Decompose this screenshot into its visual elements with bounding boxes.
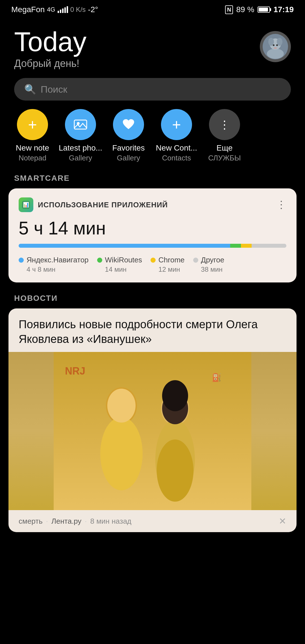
usage-bar bbox=[19, 244, 286, 248]
more-label: Еще bbox=[217, 143, 233, 153]
latest-photos-circle bbox=[65, 109, 96, 140]
svg-point-5 bbox=[273, 44, 274, 46]
wikiroutes-name: WikiRoutes bbox=[105, 256, 142, 264]
quick-action-latest-photos[interactable]: Latest pho... Gallery bbox=[56, 109, 104, 162]
legend-wikiroutes-label: WikiRoutes bbox=[97, 256, 142, 264]
card-header: 📊 ИСПОЛЬЗОВАНИЕ ПРИЛОЖЕНИЙ ⋮ bbox=[19, 197, 286, 212]
close-news-icon[interactable]: ✕ bbox=[279, 516, 286, 526]
news-section-label: НОВОСТИ bbox=[0, 291, 305, 308]
favorites-heart-icon bbox=[121, 117, 136, 132]
avatar[interactable] bbox=[260, 31, 291, 62]
header: Today Добрый день! bbox=[0, 17, 305, 75]
search-icon: 🔍 bbox=[24, 84, 36, 95]
usage-bar-navigator bbox=[19, 244, 230, 248]
more-circle: ⋮ bbox=[209, 109, 240, 140]
battery-percent-label: 89 % bbox=[236, 5, 254, 14]
legend-chrome-label: Chrome bbox=[151, 256, 184, 264]
new-contact-label: New Cont... bbox=[156, 143, 197, 153]
usage-bar-other bbox=[252, 244, 286, 248]
header-text: Today Добрый день! bbox=[14, 28, 86, 69]
smartcare-app-icon: 📊 bbox=[19, 197, 33, 212]
legend-navigator: Яндекс.Навигатор 4 ч 8 мин bbox=[19, 256, 89, 273]
svg-point-15 bbox=[107, 389, 136, 423]
other-time: 38 мин bbox=[201, 266, 225, 273]
svg-text:NRJ: NRJ bbox=[65, 365, 85, 377]
legend-navigator-label: Яндекс.Навигатор bbox=[19, 256, 89, 264]
new-note-label: New note bbox=[16, 143, 49, 153]
news-tag: смерть bbox=[19, 517, 43, 526]
chrome-name: Chrome bbox=[158, 256, 184, 264]
new-note-icon: + bbox=[28, 116, 37, 133]
favorites-circle bbox=[113, 109, 144, 140]
time-label: 17:19 bbox=[273, 5, 294, 14]
gallery-icon bbox=[73, 117, 88, 132]
legend-other-label: Другое bbox=[193, 256, 225, 264]
new-contact-icon: + bbox=[172, 116, 181, 133]
quick-action-favorites[interactable]: Favorites Gallery bbox=[104, 109, 152, 162]
news-footer: смерть · Лента.ру · 8 мин назад ✕ bbox=[8, 510, 297, 532]
svg-point-20 bbox=[157, 440, 193, 502]
news-headline: Появились новые подробности смерти Олега… bbox=[8, 308, 297, 352]
legend-chrome: Chrome 12 мин bbox=[151, 256, 184, 273]
news-image-svg: NRJ ⛽ bbox=[54, 352, 251, 510]
navigator-name: Яндекс.Навигатор bbox=[27, 256, 89, 264]
temperature-label: -2° bbox=[88, 5, 98, 14]
chrome-time: 12 мин bbox=[158, 266, 184, 273]
more-sublabel: СЛУЖБЫ bbox=[208, 154, 241, 162]
favorites-label: Favorites bbox=[112, 143, 145, 153]
search-bar-wrap: 🔍 Поиск bbox=[0, 75, 305, 109]
quick-action-new-note[interactable]: + New note Notepad bbox=[8, 109, 56, 162]
nfc-icon: N bbox=[225, 5, 233, 14]
smartcare-section-label: SMARTCARE bbox=[0, 171, 305, 188]
svg-point-19 bbox=[162, 380, 188, 411]
card-menu-button[interactable]: ⋮ bbox=[276, 199, 286, 211]
wikiroutes-time: 14 мин bbox=[105, 266, 142, 273]
usage-legend: Яндекс.Навигатор 4 ч 8 мин WikiRoutes 14… bbox=[19, 256, 286, 273]
status-bar: MegaFon 4G 0 K/s -2° N 89 % 17:19 bbox=[0, 0, 305, 17]
other-name: Другое bbox=[201, 256, 225, 264]
status-left: MegaFon 4G 0 K/s -2° bbox=[11, 5, 98, 14]
news-image: NRJ ⛽ bbox=[8, 352, 297, 510]
network-label: 4G bbox=[47, 6, 55, 13]
navigator-dot bbox=[19, 258, 24, 263]
svg-point-6 bbox=[276, 44, 278, 46]
svg-text:📊: 📊 bbox=[23, 202, 29, 208]
battery-icon bbox=[258, 6, 270, 13]
legend-wikiroutes: WikiRoutes 14 мин bbox=[97, 256, 142, 273]
svg-text:⛽: ⛽ bbox=[212, 373, 222, 382]
greeting-label: Добрый день! bbox=[14, 58, 86, 69]
search-bar[interactable]: 🔍 Поиск bbox=[14, 78, 291, 101]
favorites-sublabel: Gallery bbox=[117, 154, 140, 162]
news-time: 8 мин назад bbox=[90, 517, 132, 526]
news-source: Лента.ру bbox=[51, 517, 81, 526]
carrier-label: MegaFon bbox=[11, 5, 45, 14]
usage-total-time: 5 ч 14 мин bbox=[19, 218, 286, 239]
usage-bar-chrome bbox=[241, 244, 252, 248]
wikiroutes-dot bbox=[97, 258, 102, 263]
latest-photos-sublabel: Gallery bbox=[69, 154, 92, 162]
other-dot bbox=[193, 258, 198, 263]
svg-point-14 bbox=[100, 417, 143, 490]
page-title: Today bbox=[14, 28, 86, 55]
news-card[interactable]: Появились новые подробности смерти Олега… bbox=[8, 308, 297, 532]
svg-point-1 bbox=[267, 49, 284, 59]
search-placeholder: Поиск bbox=[41, 84, 67, 95]
navigator-time: 4 ч 8 мин bbox=[27, 266, 89, 273]
card-header-left: 📊 ИСПОЛЬЗОВАНИЕ ПРИЛОЖЕНИЙ bbox=[19, 197, 168, 212]
status-right: N 89 % 17:19 bbox=[225, 5, 294, 14]
legend-other: Другое 38 мин bbox=[193, 256, 225, 273]
latest-photos-label: Latest pho... bbox=[59, 143, 102, 153]
new-contact-circle: + bbox=[161, 109, 192, 140]
quick-action-new-contact[interactable]: + New Cont... Contacts bbox=[152, 109, 201, 162]
new-note-sublabel: Notepad bbox=[19, 154, 46, 162]
data-speed-label: 0 K/s bbox=[70, 6, 86, 14]
signal-bars-icon bbox=[58, 6, 68, 13]
chrome-dot bbox=[151, 258, 156, 263]
new-contact-sublabel: Contacts bbox=[162, 154, 191, 162]
news-footer-left: смерть · Лента.ру · 8 мин назад bbox=[19, 517, 131, 526]
quick-action-more[interactable]: ⋮ Еще СЛУЖБЫ bbox=[201, 109, 249, 162]
app-usage-card: 📊 ИСПОЛЬЗОВАНИЕ ПРИЛОЖЕНИЙ ⋮ 5 ч 14 мин … bbox=[8, 188, 297, 282]
svg-rect-8 bbox=[74, 120, 87, 129]
more-icon: ⋮ bbox=[219, 118, 230, 131]
new-note-circle: + bbox=[17, 109, 48, 140]
